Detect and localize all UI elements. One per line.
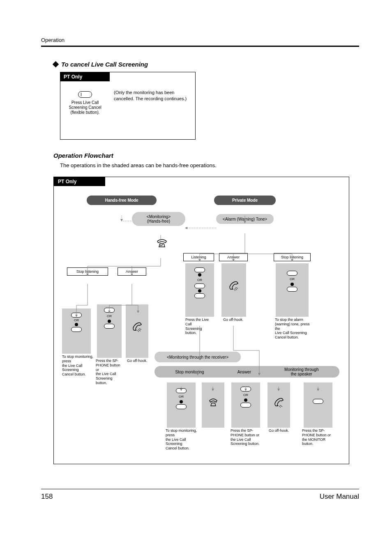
button-icon	[240, 403, 251, 408]
state-alarm: <Alarm (Warning) Tone>	[216, 214, 274, 224]
cancel-box: PT Only Press Live Call Screening Cancel…	[60, 72, 196, 140]
action-answer-2: Answer	[219, 253, 248, 261]
led-icon	[244, 398, 247, 402]
header-section: Operation	[41, 37, 359, 43]
handset-icon	[228, 280, 240, 292]
cancel-pt-label: PT Only	[60, 72, 110, 81]
shaded-cancel-left: OR	[62, 309, 91, 354]
button-icon	[104, 308, 115, 313]
bubble-answer: Answer	[238, 370, 251, 374]
header-rule	[41, 46, 359, 47]
bubble-monitor-sp: Monitoring through the speaker	[284, 367, 318, 376]
button-icon	[176, 388, 187, 393]
diamond-bullet-icon	[53, 61, 59, 68]
caption-sp-or-monitor: Press the SP- PHONE button or the MONITO…	[302, 428, 335, 446]
led-icon	[108, 320, 111, 323]
led-icon	[75, 323, 78, 326]
button-icon	[313, 399, 323, 404]
footer: 158 User Manual	[41, 489, 359, 501]
bubble-stop-monitoring: Stop monitoring	[175, 370, 204, 374]
action-listening-1: Listening	[183, 253, 214, 261]
bubble-row: Stop monitoring Answer Monitoring throug…	[154, 366, 339, 378]
shaded-offhook-2	[221, 263, 246, 317]
cancel-heading-text: To cancel Live Call Screening	[61, 61, 148, 68]
shaded-stop-alarm: OR	[276, 263, 309, 317]
button-icon	[71, 327, 82, 332]
phone-onhook-icon	[156, 239, 168, 248]
shaded-bottom-5	[304, 382, 332, 428]
page-number: 158	[41, 493, 53, 501]
shaded-spphone-lcs: OR	[97, 304, 122, 358]
state-monitoring: <Monitoring> (Hands-free)	[132, 212, 185, 226]
shaded-press-lcs: OR	[185, 263, 214, 317]
button-icon	[287, 287, 297, 292]
flexible-button-icon	[78, 91, 92, 98]
button-icon	[71, 313, 82, 318]
mode-hands-free: Hands-free Mode	[87, 196, 157, 205]
caption-offhook-3: Go off-hook.	[269, 428, 289, 433]
caption-spphone-lcs-1: Press the SP- PHONE button or the Live C…	[96, 359, 125, 385]
handset-icon	[131, 321, 143, 333]
button-icon	[287, 271, 297, 276]
caption-offhook-2: Go off-hook.	[223, 318, 246, 322]
state-monitor-receiver: <Monitoring through the receiver>	[154, 352, 241, 362]
cancel-button-label: Press Live Call Screening Cancel (flexib…	[60, 100, 110, 115]
shaded-bottom-1: OR	[167, 382, 196, 428]
action-stop-listening-1: Stop listening	[67, 267, 108, 276]
led-icon	[198, 273, 201, 276]
manual-title: User Manual	[320, 493, 359, 501]
flowchart-heading: Operation Flowchart	[53, 152, 359, 159]
mode-private: Private Mode	[214, 196, 276, 205]
led-icon	[180, 400, 183, 403]
caption-to-stop-2: To stop monitoring, press the Live Call …	[166, 428, 198, 451]
caption-press-lcs-1: Press the Live Call Screening button.	[185, 318, 214, 335]
flowchart-box: PT Only Hands-free Mode Private Mode <Mo…	[53, 177, 349, 464]
button-icon	[104, 324, 115, 329]
action-stop-listening-2: Stop listening	[274, 253, 311, 261]
caption-offhook-1: Go off-hook.	[127, 359, 148, 363]
caption-stop-alarm: To stop the alarm (warning) tone, press …	[275, 318, 312, 340]
cancel-note: (Only the monitoring has been cancelled.…	[110, 81, 195, 135]
phone-onhook-icon	[208, 398, 219, 407]
button-icon	[194, 283, 205, 288]
caption-spphone-lcs-2: Press the SP- PHONE button or the Live C…	[231, 428, 262, 446]
led-icon	[198, 289, 201, 292]
button-icon	[194, 293, 205, 298]
flowchart-pt-label: PT Only	[54, 177, 105, 186]
shaded-bottom-3: OR	[231, 382, 260, 428]
shaded-bottom-4	[267, 382, 290, 428]
caption-to-stop-1: To stop monitoring, press the Live Call …	[62, 355, 95, 377]
action-answer-1: Answer	[118, 267, 146, 276]
cancel-heading: To cancel Live Call Screening	[53, 61, 359, 68]
button-icon	[176, 404, 187, 409]
flowchart-desc: The operations in the shaded areas can b…	[60, 162, 359, 168]
button-icon	[240, 387, 251, 391]
led-icon	[291, 283, 294, 286]
button-icon	[194, 267, 205, 272]
shaded-offhook-1	[126, 304, 148, 358]
shaded-bottom-2	[202, 382, 224, 428]
handset-icon	[273, 397, 285, 408]
